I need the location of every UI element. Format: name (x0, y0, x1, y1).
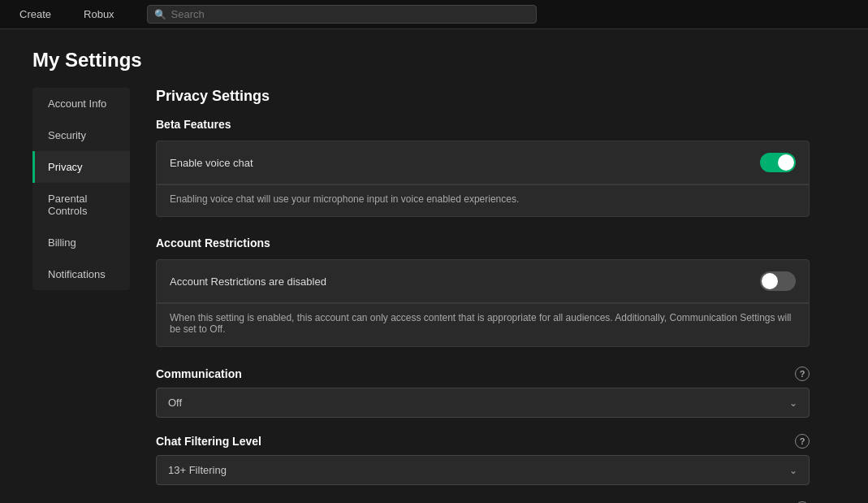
sidebar-item-security[interactable]: Security (32, 119, 130, 151)
voice-chat-setting-box: Enable voice chat Enabling voice chat wi… (156, 141, 810, 217)
account-restrictions-toggle[interactable] (760, 271, 796, 291)
communication-section: Communication ? Off ⌄ Chat Filtering Lev… (156, 366, 810, 503)
account-restrictions-description: When this setting is enabled, this accou… (157, 303, 809, 346)
sidebar-item-parental-controls[interactable]: Parental Controls (32, 183, 130, 227)
voice-chat-label: Enable voice chat (170, 157, 253, 169)
voice-chat-toggle-thumb (778, 154, 794, 171)
communication-chevron-icon: ⌄ (789, 397, 797, 409)
sidebar: Account Info Security Privacy Parental C… (32, 88, 130, 290)
chat-filtering-chevron-icon: ⌄ (789, 465, 797, 476)
communication-help-icon[interactable]: ? (795, 366, 810, 381)
search-bar[interactable]: 🔍 (147, 5, 537, 24)
sidebar-item-billing[interactable]: Billing (32, 227, 130, 258)
communication-dropdown-wrap: Communication ? Off ⌄ (156, 366, 810, 418)
page-title: My Settings (32, 49, 836, 72)
nav-create[interactable]: Create (13, 8, 58, 20)
main-content: Privacy Settings Beta Features Enable vo… (130, 88, 836, 503)
account-restrictions-title: Account Restrictions (156, 236, 810, 249)
sidebar-item-account-info[interactable]: Account Info (32, 88, 130, 119)
nav-robux[interactable]: Robux (77, 8, 121, 20)
communication-selected: Off (168, 397, 182, 409)
beta-features-title: Beta Features (156, 118, 810, 131)
sidebar-item-privacy[interactable]: Privacy (32, 151, 130, 183)
chat-filtering-dropdown[interactable]: 13+ Filtering ⌄ (156, 455, 810, 485)
account-restrictions-label: Account Restrictions are disabled (170, 275, 326, 288)
communication-label-row: Communication ? (156, 366, 810, 381)
communication-dropdown[interactable]: Off ⌄ (156, 388, 810, 418)
chat-filtering-selected: 13+ Filtering (168, 464, 227, 476)
account-restrictions-box: Account Restrictions are disabled When t… (156, 259, 810, 347)
voice-chat-toggle[interactable] (760, 153, 796, 172)
account-restrictions-row: Account Restrictions are disabled (157, 260, 809, 302)
voice-chat-toggle-track (760, 153, 796, 172)
search-input[interactable] (171, 8, 529, 20)
search-icon: 🔍 (154, 9, 166, 20)
chat-filtering-help-icon[interactable]: ? (795, 434, 810, 449)
account-restrictions-toggle-track (760, 271, 796, 291)
communication-label: Communication (156, 367, 242, 380)
account-restrictions-toggle-thumb (762, 273, 778, 289)
sidebar-item-notifications[interactable]: Notifications (32, 258, 130, 290)
voice-chat-row: Enable voice chat (157, 141, 809, 184)
chat-filtering-label-row: Chat Filtering Level ? (156, 434, 810, 449)
voice-chat-description: Enabling voice chat will use your microp… (157, 184, 809, 216)
chat-filtering-label: Chat Filtering Level (156, 435, 261, 448)
content-area: Account Info Security Privacy Parental C… (32, 88, 836, 503)
page-container: My Settings Account Info Security Privac… (0, 29, 868, 503)
chat-filtering-dropdown-wrap: Chat Filtering Level ? 13+ Filtering ⌄ (156, 434, 810, 485)
top-navigation: Create Robux 🔍 (0, 0, 868, 29)
privacy-settings-title: Privacy Settings (156, 88, 810, 105)
